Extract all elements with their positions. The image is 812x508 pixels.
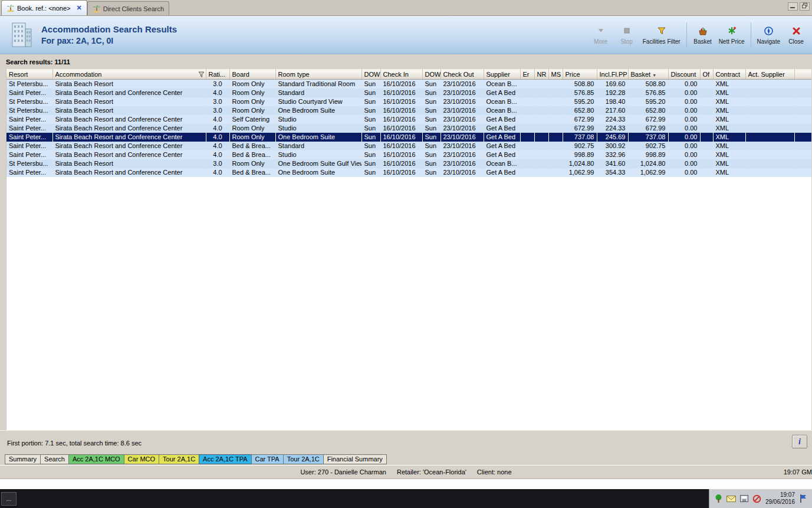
column-header-blank[interactable] bbox=[794, 70, 811, 80]
restore-button[interactable] bbox=[800, 2, 810, 11]
facilities-filter-button[interactable]: Facilities Filter bbox=[640, 24, 683, 46]
column-header-accommodation[interactable]: Accommodation bbox=[52, 70, 206, 80]
bottom-tab-acc-2a-1c-tpa[interactable]: Acc 2A,1C TPA bbox=[199, 454, 251, 464]
flag-icon[interactable] bbox=[799, 494, 807, 503]
resort-tab-icon bbox=[6, 4, 15, 12]
green-tree-icon[interactable] bbox=[714, 494, 723, 503]
column-header-supplier[interactable]: Supplier bbox=[484, 70, 520, 80]
table-row[interactable]: Saint Peter...Sirata Beach Resort and Co… bbox=[6, 115, 811, 124]
column-header-price[interactable]: Price bbox=[563, 70, 597, 80]
info-icon: i bbox=[798, 437, 801, 447]
cell-nr bbox=[534, 115, 548, 124]
column-header-dow[interactable]: DOW bbox=[422, 70, 440, 80]
table-row[interactable]: Saint Peter...Sirata Beach Resort and Co… bbox=[6, 168, 811, 177]
table-row[interactable]: St Petersbu...Sirata Beach Resort3.0Room… bbox=[6, 159, 811, 168]
search-status-strip: First portion: 7.1 sec, total search tim… bbox=[0, 430, 812, 453]
cell-contract: XML bbox=[713, 115, 745, 124]
cell-check-out: 23/10/2016 bbox=[440, 159, 484, 168]
cell-contract: XML bbox=[713, 168, 745, 177]
cell-check-out: 23/10/2016 bbox=[440, 124, 484, 133]
cell-check-out: 23/10/2016 bbox=[440, 89, 484, 97]
results-count-label: Search results: 11/11 bbox=[6, 58, 70, 65]
table-row[interactable]: St Petersbu...Sirata Beach Resort3.0Room… bbox=[6, 80, 811, 89]
taskbar-overflow-button[interactable]: ... bbox=[1, 492, 17, 506]
cell-supplier: Get A Bed bbox=[484, 133, 520, 142]
bottom-tab-tour-2a-1c[interactable]: Tour 2A,1C bbox=[159, 454, 199, 464]
cell-discount: 0.00 bbox=[668, 150, 700, 159]
cell-price: 672.99 bbox=[563, 124, 597, 133]
table-row[interactable]: Saint Peter...Sirata Beach Resort and Co… bbox=[6, 124, 811, 133]
filter-icon bbox=[657, 25, 666, 37]
cell-er bbox=[520, 133, 534, 142]
column-header-check-out[interactable]: Check Out bbox=[440, 70, 484, 80]
column-header-label: Basket bbox=[631, 71, 651, 78]
cell-contract: XML bbox=[713, 133, 745, 142]
bottom-tab-tour-2a-1c[interactable]: Tour 2A,1C bbox=[283, 454, 324, 464]
column-header-rati[interactable]: Rati... bbox=[206, 70, 229, 80]
table-row[interactable]: Saint Peter...Sirata Beach Resort and Co… bbox=[6, 142, 811, 150]
column-filter-icon[interactable] bbox=[198, 71, 205, 79]
blocked-icon[interactable] bbox=[752, 494, 761, 503]
table-row[interactable]: Saint Peter...Sirata Beach Resort and Co… bbox=[6, 89, 811, 97]
window-tab-book-ref-none[interactable]: Book. ref.: <none>✕ bbox=[1, 0, 87, 15]
column-header-ms[interactable]: MS bbox=[548, 70, 563, 80]
column-header-of[interactable]: Of bbox=[700, 70, 713, 80]
statusbar-time: 19:07 GM bbox=[784, 468, 812, 476]
tab-close-icon[interactable]: ✕ bbox=[77, 4, 82, 12]
column-header-contract[interactable]: Contract bbox=[713, 70, 745, 80]
window-tab-direct-clients-search[interactable]: Direct Clients Search bbox=[87, 1, 169, 15]
tray-clock[interactable]: 19:07 29/06/2016 bbox=[765, 491, 795, 506]
navigate-button[interactable]: Navigate bbox=[755, 24, 783, 46]
column-header-nr[interactable]: NR bbox=[534, 70, 548, 80]
table-row[interactable]: St Petersbu...Sirata Beach Resort3.0Room… bbox=[6, 97, 811, 106]
cell-nr bbox=[534, 168, 548, 177]
user-label: User: 270 - Danielle Charman bbox=[300, 468, 386, 476]
toolbar-button-label: Facilities Filter bbox=[643, 38, 680, 45]
column-header-dow[interactable]: DOW bbox=[361, 70, 380, 80]
column-header-incl-fl-pp[interactable]: Incl.Fl.PP bbox=[597, 70, 628, 80]
column-header-basket[interactable]: Basket▼ bbox=[628, 70, 668, 80]
bottom-tab-search[interactable]: Search bbox=[40, 454, 69, 464]
minimize-button[interactable] bbox=[788, 2, 798, 11]
cell-check-out: 23/10/2016 bbox=[440, 168, 484, 177]
cell-of bbox=[700, 106, 713, 115]
table-row[interactable]: Saint Peter...Sirata Beach Resort and Co… bbox=[6, 133, 811, 142]
cell-check-out: 23/10/2016 bbox=[440, 150, 484, 159]
cell-dow: Sun bbox=[422, 168, 440, 177]
nett-price-button[interactable]: Nett Price bbox=[716, 24, 747, 46]
basket-button[interactable]: Basket bbox=[691, 24, 715, 46]
bottom-tab-acc-2a-1c-mco[interactable]: Acc 2A,1C MCO bbox=[68, 454, 124, 464]
bottom-tab-car-tpa[interactable]: Car TPA bbox=[251, 454, 284, 464]
bottom-tab-summary[interactable]: Summary bbox=[5, 454, 41, 464]
cell-ms bbox=[548, 150, 563, 159]
column-header-discount[interactable]: Discount bbox=[668, 70, 700, 80]
column-header-room-type[interactable]: Room type bbox=[275, 70, 361, 80]
close-button[interactable]: Close bbox=[784, 24, 808, 46]
info-button[interactable]: i bbox=[792, 435, 807, 448]
table-row[interactable]: Saint Peter...Sirata Beach Resort and Co… bbox=[6, 150, 811, 159]
cell-of bbox=[700, 124, 713, 133]
column-header-check-in[interactable]: Check In bbox=[380, 70, 422, 80]
cell-nr bbox=[534, 124, 548, 133]
column-header-er[interactable]: Er bbox=[520, 70, 534, 80]
column-header-resort[interactable]: Resort bbox=[6, 70, 52, 80]
more-button: More bbox=[589, 24, 613, 46]
table-row[interactable]: St Petersbu...Sirata Beach Resort3.0Room… bbox=[6, 106, 811, 115]
cell-dow: Sun bbox=[422, 106, 440, 115]
cell-check-in: 16/10/2016 bbox=[380, 142, 422, 150]
bottom-tab-financial-summary[interactable]: Financial Summary bbox=[323, 454, 387, 464]
search-time-label: First portion: 7.1 sec, total search tim… bbox=[7, 440, 142, 447]
cell-price: 576.85 bbox=[563, 89, 597, 97]
cell-dow: Sun bbox=[361, 80, 380, 89]
cell-resort: Saint Peter... bbox=[6, 124, 52, 133]
column-header-label: Discount bbox=[671, 71, 696, 78]
disk-icon[interactable] bbox=[739, 494, 749, 503]
cell-rati: 4.0 bbox=[206, 150, 229, 159]
column-header-act-supplier[interactable]: Act. Supplier bbox=[745, 70, 794, 80]
bottom-tab-car-mco[interactable]: Car MCO bbox=[124, 454, 159, 464]
cell-dow: Sun bbox=[422, 142, 440, 150]
toolbar-button-label: Basket bbox=[693, 38, 712, 45]
mail-icon[interactable] bbox=[726, 495, 736, 503]
cell-of bbox=[700, 97, 713, 106]
column-header-board[interactable]: Board bbox=[229, 70, 275, 80]
